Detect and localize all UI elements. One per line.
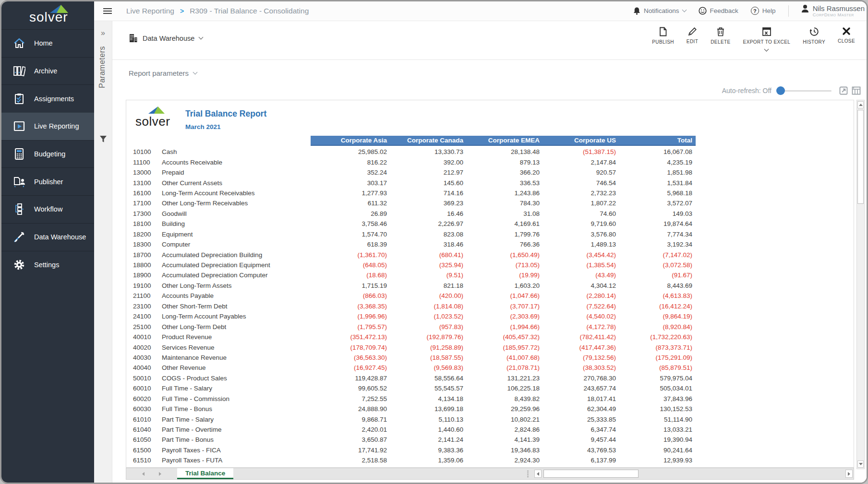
cell-num: 2,924.30 [463, 457, 540, 464]
sidebar-item-archive[interactable]: Archive [1, 57, 94, 85]
cell-num: 1,243.86 [463, 189, 540, 197]
table-row: 61520Payroll Taxes - SUTA2,525.851,313.7… [126, 466, 854, 467]
menu-toggle-icon[interactable] [103, 7, 112, 15]
sidebar-item-budgeting[interactable]: Budgeting [1, 140, 94, 168]
horizontal-scrollbar[interactable] [527, 468, 854, 479]
feedback-label: Feedback [710, 7, 738, 14]
delete-icon [717, 27, 724, 36]
cell-num: 784.30 [463, 200, 540, 207]
cell-num: 9,457.44 [540, 436, 616, 443]
cell-num: 119,428.87 [311, 375, 387, 382]
cell-num: 2,147.84 [540, 159, 616, 166]
cell-num: 4,134.18 [387, 395, 463, 402]
table-row: 17100Other Long-Term Receivables611.3236… [126, 198, 854, 208]
scroll-down-icon[interactable] [857, 460, 864, 468]
cell-num: (2,303.69) [463, 313, 540, 320]
horizontal-scroll-thumb[interactable] [543, 470, 639, 478]
vertical-scrollbar[interactable] [856, 100, 865, 469]
cell-num: (3,707.17) [463, 303, 540, 310]
home-icon [12, 38, 26, 48]
sidebar-item-label: Data Warehouse [34, 233, 86, 241]
auto-refresh-state: Off [763, 87, 772, 94]
breadcrumb-section[interactable]: Live Reporting [126, 7, 174, 15]
report-logo-triangle-icon [148, 106, 165, 114]
feedback-button[interactable]: Feedback [699, 7, 738, 15]
cell-num: (41,007.68) [463, 354, 540, 361]
history-button[interactable]: HISTORY [798, 26, 830, 46]
cell-num: (19.99) [463, 272, 540, 279]
cell-name: Accounts Receivable [162, 159, 311, 166]
budgeting-icon [12, 148, 26, 160]
cell-num: 25,333.85 [540, 416, 616, 423]
sheet-tab-trial-balance[interactable]: Trial Balance [177, 468, 233, 479]
table-row: 40020Services Revenue(178,709.74)(91,258… [126, 342, 854, 352]
scroll-up-icon[interactable] [857, 101, 864, 108]
cell-name: Services Revenue [162, 344, 311, 351]
cell-name: Other Short-Term Debt [162, 303, 311, 310]
sidebar-item-assignments[interactable]: Assignments [1, 84, 94, 112]
cell-num: 1,851.98 [616, 169, 692, 176]
publisher-icon [12, 177, 26, 187]
column-header: Total [616, 136, 692, 145]
cell-code: 40010 [133, 333, 162, 341]
export-to-excel-button[interactable]: EXPORT TO EXCEL [738, 26, 796, 52]
cell-num: 25,985.02 [311, 148, 387, 155]
cell-num: 7,774.34 [616, 231, 692, 238]
cell-code: 18900 [133, 272, 162, 279]
cell-num: 270,768.30 [540, 375, 616, 382]
sidebar-item-live-reporting[interactable]: Live Reporting [1, 112, 94, 140]
scroll-left-icon[interactable] [534, 470, 542, 478]
slider-thumb[interactable] [776, 86, 785, 95]
cell-code: 40040 [133, 364, 162, 371]
app-window: solver Home Archive Assignments [0, 0, 868, 484]
cell-num: (79,132.56) [540, 354, 616, 361]
table-row: 40040Other Revenue(16,927.45)(9,569.83)(… [126, 363, 854, 373]
sidebar-item-settings[interactable]: Settings [1, 251, 94, 279]
delete-button[interactable]: DELETE [706, 26, 735, 46]
data-source-selector[interactable]: Data Warehouse [129, 34, 203, 43]
vertical-scroll-thumb[interactable] [857, 110, 864, 204]
cell-num: (16,927.45) [311, 364, 387, 371]
help-button[interactable]: ? Help [751, 7, 776, 15]
user-menu[interactable]: Nils Rasmussen CorpDemo Master [801, 4, 865, 18]
cell-name: COGS - Product Sales [162, 375, 311, 382]
auto-refresh-control: Auto-refresh: Off [722, 86, 861, 95]
cell-code: 60020 [133, 395, 162, 402]
table-view-icon[interactable] [852, 86, 861, 95]
sidebar-item-label: Settings [34, 261, 59, 269]
notifications-button[interactable]: Notifications [633, 7, 686, 15]
sidebar-item-workflow[interactable]: Workflow [1, 195, 94, 223]
close-button[interactable]: CLOSE [833, 26, 860, 45]
table-row: 10100Cash25,985.0213,330.7328,138.48(51,… [126, 147, 854, 157]
user-name: Nils Rasmussen [813, 4, 865, 12]
cell-num: 5,110.13 [387, 416, 463, 423]
cell-num: 3,192.34 [616, 241, 692, 248]
popout-report-icon[interactable] [839, 86, 848, 95]
prev-sheet-icon[interactable] [142, 472, 145, 476]
cell-name: Long-Term Account Payables [162, 313, 311, 320]
next-sheet-icon[interactable] [159, 472, 161, 476]
filter-funnel-icon[interactable] [99, 135, 107, 143]
publish-button[interactable]: PUBLISH [647, 26, 679, 46]
parameters-panel-label[interactable]: Parameters [98, 46, 107, 88]
cell-num: (1,023.52) [387, 313, 463, 320]
buildings-icon [129, 34, 138, 43]
report-parameters-toggle[interactable]: Report parameters [129, 69, 197, 77]
cell-num: 62,304.49 [540, 405, 616, 413]
cell-num: 1,359.06 [387, 457, 463, 464]
cell-num: 145.60 [387, 179, 463, 187]
auto-refresh-slider[interactable] [776, 86, 832, 95]
sidebar-item-data-warehouse[interactable]: Data Warehouse [1, 223, 94, 251]
scroll-right-icon[interactable] [845, 470, 853, 478]
sidebar-item-publisher[interactable]: Publisher [1, 167, 94, 195]
cell-num: 18,017.41 [540, 395, 616, 402]
column-header: Corporate EMEA [463, 136, 540, 145]
cell-num: 714.16 [387, 189, 463, 197]
chevron-down-icon [199, 35, 204, 40]
scrollbar-grip-icon[interactable] [527, 471, 529, 477]
edit-button[interactable]: EDIT [682, 26, 703, 45]
expand-parameters-icon[interactable]: » [94, 29, 112, 37]
sidebar-item-home[interactable]: Home [1, 29, 94, 57]
cell-num: (18.68) [311, 272, 387, 279]
cell-code: 40030 [133, 354, 162, 361]
